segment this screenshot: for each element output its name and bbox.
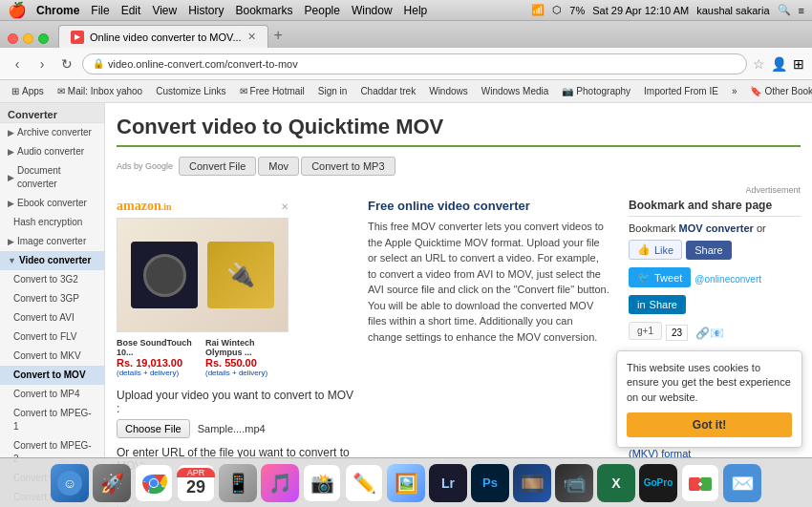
dock-photoshop[interactable]: Ps	[471, 464, 509, 502]
close-button[interactable]	[8, 33, 18, 44]
twitter-icon: 🐦	[637, 271, 651, 284]
dock-screenflow[interactable]: 📹	[555, 464, 593, 502]
bookmark-signin[interactable]: Sign in	[312, 84, 353, 98]
arrow-icon: ▶	[8, 127, 14, 139]
url-bar[interactable]: 🔒 video.online-convert.com/convert-to-mo…	[82, 53, 747, 74]
dock-iphone[interactable]: 📱	[219, 464, 257, 502]
dock-finder[interactable]: ☺	[51, 464, 89, 502]
forward-button[interactable]: ›	[32, 54, 52, 74]
dock-chrome[interactable]	[135, 464, 173, 502]
cables-illustration: 🔌	[207, 242, 274, 308]
amazon-logo: amazon.in	[117, 199, 172, 214]
sidebar: Converter ▶ Archive converter ▶ Audio co…	[0, 103, 105, 507]
ad-close[interactable]: ✕	[281, 201, 288, 212]
dock-imovie[interactable]: 🎞️	[513, 464, 551, 502]
bookmark-ie[interactable]: Imported From IE	[638, 84, 724, 98]
menu-file[interactable]: File	[91, 4, 109, 17]
dock-launchpad[interactable]: 🚀	[93, 464, 131, 502]
dock-calendar[interactable]: APR 29	[177, 464, 215, 502]
apple-menu[interactable]: 🍎	[8, 1, 27, 19]
linkedin-share-button[interactable]: in Share	[629, 295, 686, 314]
menu-history[interactable]: History	[188, 4, 224, 17]
sidebar-item-flv[interactable]: Convert to FLV	[0, 327, 104, 347]
menu-window[interactable]: Window	[352, 4, 393, 17]
tab-close[interactable]: ✕	[247, 31, 256, 43]
dock-mail[interactable]: ✉️	[723, 464, 761, 502]
twitter-follow[interactable]: @onlineconvert	[694, 274, 761, 285]
hotmail-icon: ✉	[240, 86, 247, 96]
minimize-button[interactable]	[23, 33, 33, 44]
sidebar-item-3g2[interactable]: Convert to 3G2	[0, 270, 104, 289]
bookmark-windows[interactable]: Windows	[423, 84, 474, 98]
active-tab[interactable]: ▶ Online video converter to MOV... ✕	[58, 25, 268, 48]
menu-app[interactable]: Chrome	[36, 4, 79, 17]
bookmark-link[interactable]: MOV converter	[679, 222, 754, 234]
dock-textedit[interactable]: ✏️	[345, 464, 383, 502]
tweet-button[interactable]: 🐦 Tweet	[629, 267, 691, 287]
page-title: Convert video to Quicktime MOV	[117, 115, 801, 147]
search-icon[interactable]: 🔍	[778, 4, 791, 16]
tab-convert-mp3[interactable]: Convert to MP3	[301, 157, 395, 176]
dock-itunes[interactable]: 🎵	[261, 464, 299, 502]
sidebar-item-3gp[interactable]: Convert to 3GP	[0, 289, 104, 308]
sidebar-item-audio[interactable]: ▶ Audio converter	[0, 142, 104, 161]
speaker-circle	[143, 254, 186, 297]
product-details-1[interactable]: (details + delivery)	[117, 369, 198, 377]
menu-view[interactable]: View	[152, 4, 177, 17]
sidebar-item-image[interactable]: ▶ Image converter	[0, 232, 104, 251]
tab-convert-file[interactable]: Convert File	[179, 157, 256, 176]
dock-filezilla[interactable]	[681, 464, 719, 502]
bookmark-more[interactable]: »	[726, 84, 743, 98]
bookmark-photo[interactable]: 📷 Photography	[556, 84, 636, 98]
dock-lightroom[interactable]: Lr	[429, 464, 467, 502]
maximize-button[interactable]	[38, 33, 49, 44]
dock-photos[interactable]: 📸	[303, 464, 341, 502]
sidebar-item-ebook[interactable]: ▶ Ebook converter	[0, 194, 104, 213]
product-details-2[interactable]: (details + delivery)	[205, 369, 287, 377]
bookmark-hotmail[interactable]: ✉ Free Hotmail	[234, 84, 310, 98]
sidebar-item-video[interactable]: ▼ Video converter	[0, 251, 104, 270]
ad-block: amazon.in ✕ 🔌	[117, 199, 288, 377]
menu-edit[interactable]: Edit	[121, 4, 141, 17]
sidebar-item-archive[interactable]: ▶ Archive converter	[0, 123, 104, 142]
reload-button[interactable]: ↻	[57, 54, 76, 74]
dock-gopro[interactable]: GoPro	[639, 464, 677, 502]
sidebar-item-mkv[interactable]: Convert to MKV	[0, 347, 104, 366]
gplus-button[interactable]: g+1	[629, 322, 662, 340]
dock-preview[interactable]: 🖼️	[387, 464, 425, 502]
bookmark-apps[interactable]: ⊞ Apps	[6, 84, 50, 98]
menu-bookmarks[interactable]: Bookmarks	[236, 4, 293, 17]
tab-bar: ▶ Online video converter to MOV... ✕ +	[0, 21, 812, 48]
gplus-row: g+1 23 🔗📧	[629, 322, 801, 344]
back-button[interactable]: ‹	[8, 54, 27, 74]
bookmark-mail[interactable]: ✉ Mail: Inbox yahoo	[52, 84, 148, 98]
tab-mov[interactable]: Mov	[258, 157, 299, 176]
sidebar-item-mov[interactable]: Convert to MOV	[0, 366, 104, 385]
sidebar-item-mpeg1[interactable]: Convert to MPEG-1	[0, 404, 104, 436]
extensions-icon[interactable]: ⊞	[793, 56, 804, 72]
bookmark-star[interactable]: ☆	[753, 56, 765, 72]
choose-file-button[interactable]: Choose File	[117, 419, 190, 438]
fb-share-button[interactable]: Share	[686, 241, 731, 260]
bookmark-chaddar[interactable]: Chaddar trek	[354, 84, 421, 98]
menu-icon[interactable]: ≡	[799, 5, 804, 16]
mail-icon: ✉	[57, 86, 65, 96]
sidebar-item-mp4[interactable]: Convert to MP4	[0, 385, 104, 404]
gplus-count: 23	[666, 325, 688, 341]
sidebar-item-document[interactable]: ▶ Document converter	[0, 161, 104, 194]
dock-excel[interactable]: X	[597, 464, 635, 502]
cookie-accept-button[interactable]: Got it!	[627, 412, 792, 437]
ad-product-2[interactable]: Rai Wintech Olympus ... Rs. 550.00 (deta…	[205, 338, 287, 377]
profile-icon[interactable]: 👤	[771, 56, 787, 72]
tab-title: Online video converter to MOV...	[90, 32, 242, 43]
bookmark-other[interactable]: 🔖 Other Bookmarks	[744, 84, 812, 98]
menu-help[interactable]: Help	[404, 4, 428, 17]
fb-like-button[interactable]: 👍 Like	[629, 240, 682, 260]
bookmark-wmedia[interactable]: Windows Media	[476, 84, 555, 98]
new-tab-button[interactable]: +	[274, 27, 283, 44]
bookmark-customize[interactable]: Customize Links	[150, 84, 231, 98]
sidebar-item-avi[interactable]: Convert to AVI	[0, 308, 104, 327]
menu-people[interactable]: People	[305, 4, 340, 17]
ad-product-1[interactable]: Bose SoundTouch 10... Rs. 19,013.00 (det…	[117, 338, 198, 377]
sidebar-item-hash[interactable]: Hash encryption	[0, 213, 104, 232]
